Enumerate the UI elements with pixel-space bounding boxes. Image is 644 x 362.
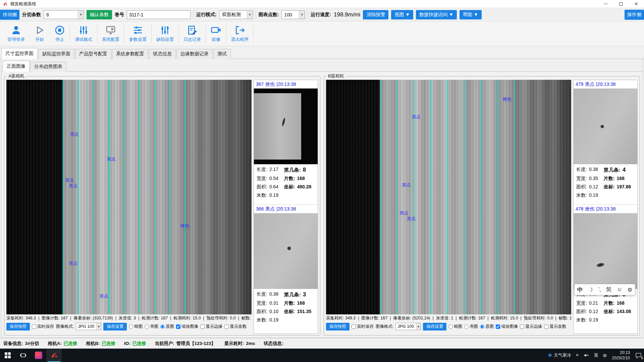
pieces-label: 片数: <box>604 300 615 306</box>
slit-count-select[interactable]: 8 ▾ <box>44 10 84 19</box>
confirm-count-button[interactable]: 确认条数 <box>87 10 112 19</box>
drive-side-button[interactable]: 传动侧 <box>0 10 19 20</box>
dark-image-input[interactable] <box>448 324 453 329</box>
volume-button[interactable] <box>581 349 592 362</box>
chart-points-select[interactable]: 100 ▾ <box>281 10 305 19</box>
maximize-button[interactable] <box>613 0 629 8</box>
original-image-input[interactable] <box>160 324 165 329</box>
save-snapshot-button[interactable]: 保存快照 <box>6 323 30 330</box>
subtab-front-image[interactable]: 正面图像 <box>3 61 30 72</box>
dark-image-radio[interactable]: 暗图 <box>129 324 143 329</box>
taskbar-app-1[interactable] <box>31 349 46 362</box>
run-mode-select[interactable]: 双面检测 ▾ <box>219 10 253 19</box>
close-button[interactable]: × <box>629 0 644 8</box>
ime-mode-chinese[interactable]: 中 <box>577 286 583 294</box>
debug-mode-button[interactable]: 调试模式 <box>70 21 97 46</box>
clock[interactable]: 20:13 2025/2/10 <box>609 349 633 362</box>
taskbar-app-vision-system[interactable] <box>46 349 62 362</box>
width-value: 0.54 <box>269 176 278 181</box>
chevron-down-icon: ▾ <box>247 11 253 19</box>
stop-button[interactable]: 停止 <box>50 21 70 46</box>
defect-thumbnail[interactable] <box>574 213 637 289</box>
ime-grid-icon: ⊞ <box>603 353 607 358</box>
task-view-button[interactable] <box>15 349 31 362</box>
icon-label: 提像 <box>212 37 220 43</box>
minimize-button[interactable] <box>598 0 613 8</box>
save-settings-button[interactable]: 保存设置 <box>423 323 446 330</box>
gear-icon[interactable]: ⚙ <box>628 287 632 293</box>
operate-side-button[interactable]: 操作侧 <box>625 10 644 20</box>
save-settings-button[interactable]: 保存设置 <box>103 323 127 330</box>
tab-status-info[interactable]: 状态信息 <box>149 49 176 59</box>
input-language-button[interactable]: 英 <box>592 349 601 362</box>
camera-b-status-line: 采集耗时: 349.3 | 图像计数: 167 | 像素坐标: (5202,24… <box>326 314 571 322</box>
image-format-select[interactable]: JPG 100▾ <box>76 323 101 330</box>
defect-id: 478 <box>576 206 583 212</box>
capture-image-button[interactable]: 提像 <box>206 21 226 46</box>
bright-image-radio[interactable]: 亮图 <box>145 324 158 329</box>
tab-defect-monitor[interactable]: 缺陷监控界面 <box>38 49 74 59</box>
punctuation-icon[interactable]: ’, <box>598 287 601 293</box>
weather-widget[interactable]: ❄ 天气寒冷 <box>546 349 574 362</box>
camera-a-connected-badge: 已连接 <box>64 341 77 347</box>
show-edges-checkbox[interactable]: 显示边缘 <box>520 324 542 329</box>
bright-image-radio[interactable]: 亮图 <box>464 324 478 329</box>
bright-image-input[interactable] <box>464 324 469 329</box>
original-image-radio[interactable]: 原图 <box>160 324 174 329</box>
hidden-icons-button[interactable]: ^ <box>574 349 581 362</box>
tab-size-monitor[interactable]: 尺寸监控界面 <box>1 48 38 59</box>
show-edges-checkbox[interactable]: 显示边缘 <box>200 324 222 329</box>
clear-alarm-button[interactable]: 清除报警 <box>363 10 388 19</box>
dark-image-input[interactable] <box>129 324 133 329</box>
zoom-image-checkbox[interactable]: 缩放图像 <box>496 324 518 329</box>
defect-stats: 长度:0.38 第几条:4 宽度:0.35 片数:168 面积:0.12 坐标:… <box>574 164 637 200</box>
start-button[interactable] <box>0 349 15 362</box>
show-strips-checkbox[interactable]: 显示条数 <box>544 324 566 329</box>
show-edges-input[interactable] <box>200 324 205 329</box>
help-menu-button[interactable]: 帮助 ▼ <box>460 10 482 19</box>
moon-icon[interactable]: ☽ <box>588 287 593 293</box>
realtime-save-checkbox[interactable]: 实时保存 <box>32 324 54 329</box>
realtime-save-input[interactable] <box>352 324 356 329</box>
defect-thumbnail[interactable] <box>254 88 318 164</box>
defect-thumbnail[interactable] <box>254 213 318 289</box>
roll-number-input[interactable] <box>127 10 191 19</box>
emoji-icon[interactable]: ☺ <box>617 287 622 293</box>
realtime-save-checkbox[interactable]: 实时保存 <box>352 324 374 329</box>
ime-grid-button[interactable]: ⊞ <box>601 349 609 362</box>
defect-thumbnail[interactable] <box>574 88 637 164</box>
zoom-image-input[interactable] <box>496 324 500 329</box>
defect-settings-button[interactable]: 缺陷设置 <box>152 21 178 46</box>
parameter-settings-button[interactable]: 参数设置 <box>124 21 151 46</box>
show-strips-input[interactable] <box>224 324 229 329</box>
tab-test[interactable]: 测试 <box>213 49 231 59</box>
show-strips-checkbox[interactable]: 显示条数 <box>224 324 247 329</box>
dark-image-radio[interactable]: 暗图 <box>448 324 462 329</box>
start-button[interactable]: 开始 <box>30 21 50 46</box>
save-snapshot-button[interactable]: 保存快照 <box>326 323 350 330</box>
tab-edge-data-record[interactable]: 边缘数据记录 <box>176 49 213 59</box>
original-image-input[interactable] <box>480 324 484 329</box>
show-strips-input[interactable] <box>544 324 548 329</box>
zoom-image-checkbox[interactable]: 缩放图像 <box>176 324 198 329</box>
realtime-save-input[interactable] <box>32 324 36 329</box>
subtab-distribution-chart[interactable]: 分布趋势图表 <box>30 62 66 72</box>
coord-value: 143.08 <box>616 309 631 314</box>
defect-overlay-label: 黑点 <box>399 210 408 216</box>
bright-image-input[interactable] <box>145 324 149 329</box>
system-config-button[interactable]: 系统配置 <box>97 21 124 46</box>
show-edges-input[interactable] <box>520 324 524 329</box>
zoom-image-input[interactable] <box>176 324 180 329</box>
data-quick-access-button[interactable]: 数据快捷访问 ▼ <box>416 10 457 19</box>
exit-program-button[interactable]: 退出程序 <box>226 21 253 46</box>
original-image-radio[interactable]: 原图 <box>480 324 494 329</box>
action-center-button[interactable]: 6 <box>633 349 644 362</box>
tab-product-model-config[interactable]: 产品型号配置 <box>75 49 111 59</box>
log-record-button[interactable]: 日志记录 <box>179 21 206 46</box>
camera-a-image: 黑点 黑点 黑点 黑点 挫伤 黑点 黑点 <box>6 80 252 314</box>
tab-system-param-config[interactable]: 系统参数配置 <box>112 49 148 59</box>
admin-login-button[interactable]: 管理登录 <box>3 21 30 46</box>
image-format-select[interactable]: JPG 100▾ <box>395 323 421 330</box>
ime-simplified[interactable]: 简 <box>606 286 611 293</box>
view-menu-button[interactable]: 视图 ▼ <box>391 10 413 19</box>
